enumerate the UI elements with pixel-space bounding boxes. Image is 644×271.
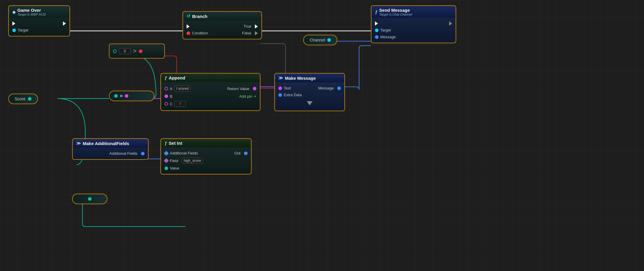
set-int-out-pin[interactable] (244, 152, 248, 155)
send-exec-in[interactable] (375, 21, 378, 26)
condition-label: Condition (192, 31, 208, 35)
set-int-field-row: Field high_score (161, 157, 251, 165)
channel-out-pin[interactable] (327, 38, 331, 42)
send-target-pin[interactable] (375, 29, 379, 32)
compare-value[interactable]: 0 (119, 48, 131, 54)
compare-out-pin[interactable] (139, 49, 142, 53)
set-int-field-value[interactable]: high_score (182, 158, 203, 164)
make-message-text-row: Text Message (275, 85, 344, 92)
make-af-label: Additional Fields (109, 151, 137, 156)
send-message-pin[interactable] (375, 35, 379, 39)
branch-true-out[interactable] (255, 24, 258, 29)
make-message-title: Make Message (285, 76, 316, 81)
append-c-label: C (170, 102, 172, 106)
make-message-header: ≫ Make Message (275, 74, 344, 82)
append-a-value[interactable]: I scored (174, 86, 191, 92)
set-int-func-icon: ƒ (165, 141, 167, 146)
oval1-mid-pin (120, 95, 122, 97)
add-pin-icon[interactable]: + (254, 94, 256, 99)
return-label: Return Value (227, 87, 249, 91)
make-additional-fields-title: Make AdditionalFields (83, 141, 129, 146)
oval1-in-pin[interactable] (114, 94, 118, 98)
branch-exec-in[interactable] (187, 24, 190, 29)
set-int-out-label: Out (234, 151, 240, 155)
make-text-label: Text (284, 86, 291, 90)
diamond-icon: ◆ (12, 10, 16, 14)
oval-bottom-pin[interactable] (88, 197, 92, 201)
make-message-out-label: Message (318, 86, 334, 90)
make-af-out-pin[interactable] (141, 152, 145, 155)
make-extra-pin[interactable] (278, 93, 282, 97)
score-out-pin[interactable] (28, 97, 31, 101)
append-c-value[interactable]: ! (174, 101, 186, 107)
branch-header: ↺ Branch (183, 12, 261, 21)
add-pin-label[interactable]: Add pin (239, 94, 252, 99)
branch-node: ↺ Branch True Condition False (182, 11, 262, 39)
true-label: True (244, 24, 251, 29)
compare-in1-pin[interactable] (113, 49, 117, 53)
send-exec-out[interactable] (449, 21, 452, 26)
append-node: ƒ Append A I scored Return Value B Add p… (160, 73, 260, 111)
score-label: Score (15, 97, 26, 101)
exec-out-pin[interactable] (63, 21, 66, 26)
send-message-label: Message (380, 35, 396, 39)
branch-false-out[interactable] (255, 31, 258, 35)
oval-connector-1 (109, 91, 155, 101)
branch-body: True Condition False (183, 21, 261, 39)
make-message-out-pin[interactable] (337, 87, 341, 90)
game-over-target-row: Target (9, 27, 69, 34)
oval-bottom (72, 194, 107, 204)
branch-title: Branch (192, 14, 208, 19)
append-b-pin[interactable] (165, 94, 168, 98)
append-b-label: B (170, 94, 172, 99)
set-int-value-pin[interactable] (165, 167, 168, 170)
set-int-field-pin[interactable] (164, 158, 169, 163)
make-additional-fields-header: ≫ Make AdditionalFields (73, 139, 148, 148)
set-int-af-in-pin[interactable] (164, 151, 169, 156)
score-node: Score (8, 94, 38, 104)
make-additional-fields-body: Additional Fields (73, 148, 148, 159)
branch-condition-row: Condition False (183, 30, 261, 36)
send-message-node: ƒ Send Message Target is Chat Channel Ta… (371, 5, 456, 43)
channel-label: Channel (310, 38, 325, 42)
exec-in-pin[interactable] (12, 21, 15, 26)
append-a-label: A (170, 87, 172, 91)
false-label: False (242, 31, 251, 35)
condition-pin[interactable] (187, 31, 190, 35)
game-over-title: Game Over (17, 8, 46, 13)
return-pin[interactable] (253, 87, 256, 90)
set-int-af-label: Additional Fields (170, 151, 198, 155)
send-message-header: ƒ Send Message Target is Chat Channel (371, 6, 456, 18)
append-func-icon: ƒ (165, 75, 167, 80)
expand-icon[interactable] (307, 101, 313, 105)
make-af-row: Additional Fields (73, 150, 148, 157)
target-in-pin[interactable] (12, 29, 16, 32)
oval1-out-pin[interactable] (125, 94, 128, 98)
compare-row: 0 > (109, 46, 164, 56)
make-text-pin[interactable] (278, 87, 282, 90)
game-over-header: ◆ Game Over Target is WBP HUD (9, 6, 69, 18)
set-int-value-row: Value (161, 165, 251, 172)
set-int-node: ƒ Set Int Additional Fields Out Field hi… (160, 138, 252, 174)
set-int-field-label: Field (170, 159, 178, 163)
branch-exec-row: True (183, 23, 261, 30)
send-message-title: Send Message (379, 8, 412, 13)
send-message-body: Target Message (371, 18, 456, 43)
game-over-subtitle: Target is WBP HUD (17, 13, 46, 16)
set-int-body: Additional Fields Out Field high_score V… (161, 147, 251, 174)
compare-node: 0 > (109, 44, 165, 59)
append-a-pin[interactable] (165, 87, 168, 90)
append-c-pin[interactable] (165, 102, 168, 106)
make-message-extra-row: Extra Data (275, 92, 344, 98)
send-target-label: Target (380, 28, 391, 32)
send-exec-row (371, 20, 456, 27)
func-icon: ƒ (375, 9, 377, 14)
set-int-value-label: Value (170, 166, 179, 170)
append-title: Append (169, 75, 185, 80)
append-body: A I scored Return Value B Add pin + C ! (161, 82, 260, 110)
game-over-node: ◆ Game Over Target is WBP HUD Target (8, 5, 70, 36)
target-label: Target (18, 28, 28, 32)
branch-icon: ↺ (187, 14, 190, 19)
append-header: ƒ Append (161, 74, 260, 82)
make-msg-icon: ≫ (278, 75, 283, 81)
